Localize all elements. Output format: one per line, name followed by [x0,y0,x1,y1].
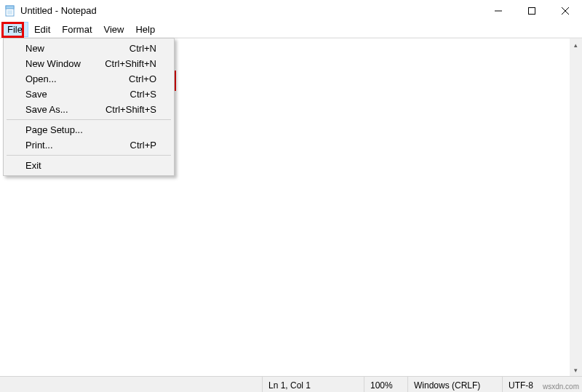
menu-item-shortcut: Ctrl+Shift+S [105,104,156,115]
menu-view[interactable]: View [98,22,130,37]
menu-format[interactable]: Format [56,22,97,37]
status-spacer [0,377,262,392]
menu-item-shortcut: Ctrl+O [129,73,156,84]
vertical-scrollbar[interactable]: ▴ ▾ [570,39,582,376]
file-menu-dropdown: New Ctrl+N New Window Ctrl+Shift+N Open.… [3,38,175,176]
status-zoom: 100% [364,377,407,392]
menu-item-new-window[interactable]: New Window Ctrl+Shift+N [5,56,172,71]
minimize-button[interactable] [482,0,515,22]
status-line-ending: Windows (CRLF) [407,377,502,392]
scroll-up-icon[interactable]: ▴ [570,39,582,51]
menu-item-save[interactable]: Save Ctrl+S [5,87,172,102]
menu-item-label: Save [25,89,47,100]
menu-bar: File Edit Format View Help [0,22,582,38]
menu-item-shortcut: Ctrl+S [130,89,156,100]
menu-help[interactable]: Help [129,22,161,37]
window-title: Untitled - Notepad [20,5,97,16]
menu-item-label: Open... [25,73,57,84]
menu-item-print[interactable]: Print... Ctrl+P [5,137,172,153]
menu-item-save-as[interactable]: Save As... Ctrl+Shift+S [5,102,172,117]
status-bar: Ln 1, Col 1 100% Windows (CRLF) UTF-8 [0,376,582,392]
menu-item-label: Print... [25,140,53,151]
menu-item-label: Page Setup... [25,124,83,135]
menu-item-label: New Window [25,58,81,69]
title-bar: Untitled - Notepad [0,0,582,22]
menu-item-exit[interactable]: Exit [5,158,172,173]
menu-item-shortcut: Ctrl+P [130,140,156,151]
menu-item-shortcut: Ctrl+Shift+N [105,58,156,69]
svg-rect-1 [6,6,14,9]
menu-file[interactable]: File [1,22,28,37]
window-controls [482,0,582,22]
close-button[interactable] [549,0,582,22]
menu-separator [7,155,171,156]
menu-edit[interactable]: Edit [28,22,56,37]
notepad-icon [4,5,16,17]
menu-item-label: Exit [25,160,41,171]
menu-item-label: New [25,43,44,54]
menu-item-shortcut: Ctrl+N [129,43,156,54]
menu-item-open[interactable]: Open... Ctrl+O [5,71,172,87]
menu-item-label: Save As... [25,104,68,115]
menu-item-new[interactable]: New Ctrl+N [5,41,172,56]
status-position: Ln 1, Col 1 [262,377,364,392]
menu-item-page-setup[interactable]: Page Setup... [5,122,172,137]
maximize-button[interactable] [515,0,549,22]
menu-separator [7,119,171,120]
watermark-text: wsxdn.com [543,383,579,391]
svg-rect-6 [529,7,535,14]
scroll-down-icon[interactable]: ▾ [570,364,582,376]
